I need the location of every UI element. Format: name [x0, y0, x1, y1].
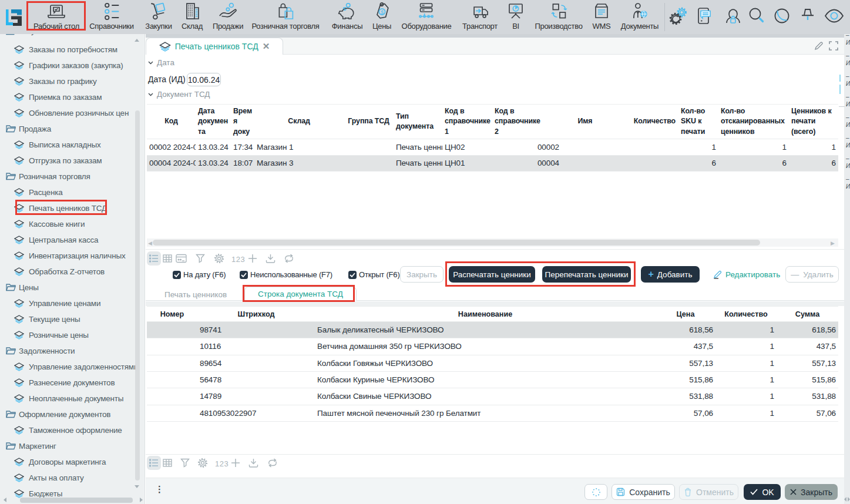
svg-text:$: $ [381, 9, 384, 15]
